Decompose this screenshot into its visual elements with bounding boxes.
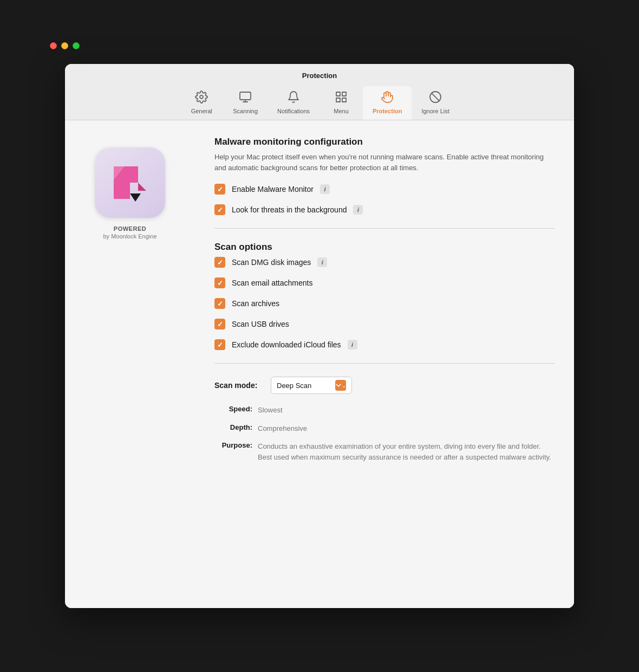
divider-2 bbox=[214, 363, 555, 364]
ignore-icon bbox=[429, 91, 442, 106]
svg-marker-12 bbox=[130, 193, 141, 202]
enable-malware-monitor-label: Enable Malware Monitor bbox=[232, 185, 314, 193]
scan-email-label: Scan email attachments bbox=[232, 279, 312, 287]
tab-general[interactable]: General bbox=[180, 86, 223, 120]
info-icon: i bbox=[322, 259, 323, 266]
background-threats-info[interactable]: i bbox=[353, 205, 363, 215]
enable-malware-monitor-row: ✓ Enable Malware Monitor i bbox=[214, 184, 555, 195]
tab-general-label: General bbox=[191, 108, 212, 114]
speed-row: Speed: Slowest bbox=[214, 405, 555, 416]
checkmark-icon: ✓ bbox=[217, 341, 223, 348]
background-threats-label: Look for threats in the background bbox=[232, 205, 347, 214]
scan-dmg-info[interactable]: i bbox=[317, 257, 327, 267]
depth-row: Depth: Comprehensive bbox=[214, 423, 555, 434]
info-icon: i bbox=[351, 341, 353, 348]
svg-point-0 bbox=[200, 95, 203, 99]
sidebar: POWERED by Moonlock Engine bbox=[65, 120, 195, 608]
checkmark-icon: ✓ bbox=[217, 186, 223, 193]
malware-monitoring-section: Malware monitoring configuration Help yo… bbox=[214, 137, 555, 215]
section1-description: Help your Mac protect itself even when y… bbox=[214, 152, 555, 173]
divider-1 bbox=[214, 228, 555, 229]
scan-dmg-checkbox[interactable]: ✓ bbox=[214, 257, 225, 268]
checkmark-icon: ✓ bbox=[217, 259, 223, 266]
tab-ignore-list-label: Ignore List bbox=[421, 108, 449, 114]
titlebar: Protection General bbox=[65, 64, 574, 120]
svg-rect-7 bbox=[342, 98, 346, 102]
scan-email-checkbox[interactable]: ✓ bbox=[214, 277, 225, 288]
scanning-icon bbox=[239, 91, 252, 106]
gear-icon bbox=[195, 91, 208, 106]
tab-menu[interactable]: Menu bbox=[320, 86, 363, 120]
svg-line-9 bbox=[432, 93, 439, 101]
speed-value: Slowest bbox=[258, 405, 283, 416]
section2-title: Scan options bbox=[214, 242, 555, 253]
tab-protection-label: Protection bbox=[373, 108, 402, 114]
checkmark-icon: ✓ bbox=[217, 280, 223, 287]
enable-malware-monitor-info[interactable]: i bbox=[320, 184, 330, 194]
scan-usb-checkbox[interactable]: ✓ bbox=[214, 319, 225, 329]
tab-notifications[interactable]: Notifications bbox=[268, 86, 320, 120]
exclude-icloud-checkbox[interactable]: ✓ bbox=[214, 339, 225, 350]
powered-by-label: by Moonlock Engine bbox=[103, 233, 157, 240]
tab-menu-label: Menu bbox=[334, 108, 349, 114]
scan-mode-label: Scan mode: bbox=[214, 381, 263, 390]
bell-icon bbox=[287, 91, 300, 106]
purpose-row: Purpose: Conducts an exhaustive examinat… bbox=[214, 441, 555, 462]
powered-label: POWERED bbox=[114, 225, 146, 232]
scan-usb-row: ✓ Scan USB drives bbox=[214, 319, 555, 329]
main-content: POWERED by Moonlock Engine Malware monit… bbox=[65, 120, 574, 608]
scan-dmg-label: Scan DMG disk images bbox=[232, 258, 311, 267]
scan-mode-dropdown[interactable]: Deep Scan ⌄ bbox=[271, 377, 352, 394]
main-window: Protection General bbox=[65, 64, 574, 608]
hand-icon bbox=[381, 91, 394, 106]
tab-protection[interactable]: Protection bbox=[363, 86, 412, 120]
info-icon: i bbox=[357, 206, 359, 213]
exclude-icloud-row: ✓ Exclude downloaded iCloud files i bbox=[214, 339, 555, 350]
tab-scanning[interactable]: Scanning bbox=[223, 86, 268, 120]
background-threats-row: ✓ Look for threats in the background i bbox=[214, 204, 555, 215]
tab-scanning-label: Scanning bbox=[233, 108, 258, 114]
checkmark-icon: ✓ bbox=[217, 321, 223, 328]
scan-archives-checkbox[interactable]: ✓ bbox=[214, 298, 225, 309]
purpose-value: Conducts an exhaustive examination of yo… bbox=[258, 441, 555, 462]
depth-value: Comprehensive bbox=[258, 423, 307, 434]
scan-usb-label: Scan USB drives bbox=[232, 320, 289, 328]
enable-malware-monitor-checkbox[interactable]: ✓ bbox=[214, 184, 225, 195]
scan-dmg-row: ✓ Scan DMG disk images i bbox=[214, 257, 555, 268]
info-icon: i bbox=[324, 186, 325, 192]
app-icon bbox=[95, 147, 165, 218]
purpose-key: Purpose: bbox=[214, 441, 252, 449]
scan-mode-value: Deep Scan bbox=[277, 382, 331, 390]
speed-key: Speed: bbox=[214, 405, 252, 413]
tab-ignore-list[interactable]: Ignore List bbox=[412, 86, 459, 120]
toolbar: General Scanning bbox=[180, 86, 459, 120]
exclude-icloud-info[interactable]: i bbox=[348, 340, 357, 350]
svg-rect-6 bbox=[336, 98, 340, 102]
scan-options-section: Scan options ✓ Scan DMG disk images i ✓ bbox=[214, 242, 555, 350]
background-threats-checkbox[interactable]: ✓ bbox=[214, 204, 225, 215]
svg-rect-1 bbox=[240, 92, 251, 100]
window-title: Protection bbox=[302, 72, 337, 80]
section1-title: Malware monitoring configuration bbox=[214, 137, 555, 147]
scan-email-row: ✓ Scan email attachments bbox=[214, 277, 555, 288]
menu-icon bbox=[335, 91, 348, 106]
scan-archives-label: Scan archives bbox=[232, 299, 279, 308]
scan-mode-row: Scan mode: Deep Scan ⌄ bbox=[214, 377, 555, 394]
checkmark-icon: ✓ bbox=[217, 206, 223, 214]
scan-archives-row: ✓ Scan archives bbox=[214, 298, 555, 309]
exclude-icloud-label: Exclude downloaded iCloud files bbox=[232, 340, 341, 349]
svg-marker-11 bbox=[138, 183, 146, 191]
depth-key: Depth: bbox=[214, 423, 252, 431]
tab-notifications-label: Notifications bbox=[277, 108, 310, 114]
dropdown-arrow-icon: ⌄ bbox=[335, 380, 346, 391]
checkmark-icon: ✓ bbox=[217, 300, 223, 307]
svg-rect-4 bbox=[336, 92, 340, 96]
content-panel: Malware monitoring configuration Help yo… bbox=[195, 120, 574, 608]
svg-rect-5 bbox=[342, 92, 346, 96]
